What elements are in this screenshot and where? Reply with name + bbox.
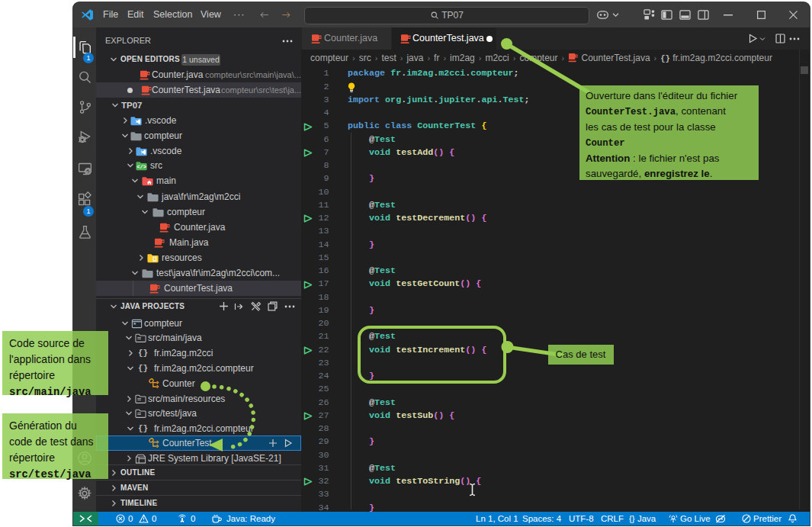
svg-text:1: 1	[86, 207, 90, 215]
svg-text:1: 1	[86, 54, 90, 62]
